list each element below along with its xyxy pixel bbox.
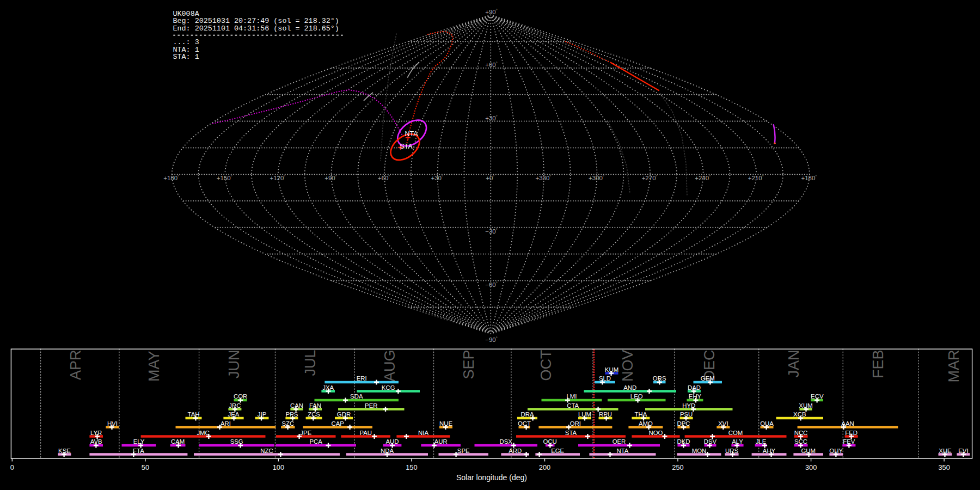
svg-text:DRA: DRA [520,411,534,418]
svg-text:+240°: +240° [695,174,710,181]
svg-text:ERI: ERI [357,375,367,382]
svg-text:+30°: +30° [431,174,443,181]
svg-text:XCB: XCB [793,411,806,418]
svg-text:HYD: HYD [682,402,695,409]
svg-text:350: 350 [938,463,950,471]
svg-text:CTA: CTA [567,402,579,409]
svg-text:EGE: EGE [551,448,564,454]
svg-text:RPU: RPU [599,411,612,418]
svg-text:PAU: PAU [359,430,372,436]
svg-text:FED: FED [845,430,857,436]
svg-text:End: 20251101 04:31:56 (sol =: End: 20251101 04:31:56 (sol = 218.65°) [173,24,339,33]
svg-text:JIP: JIP [258,411,266,418]
svg-text:STA: STA [565,430,577,436]
svg-text:NCC: NCC [794,430,808,436]
svg-text:TAH: TAH [188,411,200,418]
svg-text:MON: MON [692,448,707,454]
svg-text:GUM: GUM [801,448,816,454]
svg-text:NUE: NUE [439,420,452,427]
svg-text:OHY: OHY [829,448,843,454]
svg-text:+150°: +150° [217,174,232,181]
svg-text:NDA: NDA [381,448,394,454]
svg-text:COR: COR [234,393,247,400]
svg-text:−30°: −30° [485,228,498,235]
svg-text:−90°: −90° [485,336,498,343]
svg-text:+300°: +300° [589,174,604,181]
svg-text:STA: STA [400,143,413,150]
svg-text:JEA: JEA [228,411,240,418]
svg-text:NOV: NOV [620,350,636,382]
svg-text:AMO: AMO [639,420,653,427]
svg-text:50: 50 [142,463,149,471]
svg-text:Solar longitude (deg): Solar longitude (deg) [456,473,527,482]
svg-text:NZC: NZC [260,448,273,454]
svg-text:SSG: SSG [230,438,243,445]
svg-text:EVI: EVI [958,448,968,454]
svg-text:KSE: KSE [58,448,71,454]
svg-text:JAN: JAN [786,350,802,377]
svg-text:SZC: SZC [281,420,294,427]
svg-text:OCU: OCU [543,438,557,445]
svg-text:ARI: ARI [220,420,231,427]
svg-text:200: 200 [539,463,550,471]
svg-text:SDA: SDA [350,393,363,400]
svg-text:AUD: AUD [385,438,399,445]
svg-text:URS: URS [725,448,738,454]
svg-text:FEV: FEV [843,438,855,445]
svg-text:AND: AND [623,384,636,391]
svg-text:XUM: XUM [799,402,812,409]
svg-text:AVB: AVB [90,438,102,445]
svg-text:ARD: ARD [509,448,522,454]
svg-text:SPE: SPE [457,448,470,454]
svg-text:SLD: SLD [599,375,611,382]
svg-text:FAN: FAN [309,402,321,409]
svg-text:+60°: +60° [485,61,498,68]
svg-text:250: 250 [672,463,683,471]
svg-text:ZCS: ZCS [308,411,320,418]
svg-text:+30°: +30° [485,114,498,121]
svg-text:FEB: FEB [870,350,886,378]
svg-text:MAY: MAY [146,351,162,382]
svg-text:KCG: KCG [382,384,395,391]
svg-text:JMC: JMC [197,430,209,436]
svg-text:HVI: HVI [107,420,118,427]
svg-text:LEO: LEO [630,393,643,400]
svg-text:DSX: DSX [499,438,512,445]
svg-text:DKD: DKD [677,438,690,445]
svg-text:COM: COM [728,430,743,436]
svg-text:OCT: OCT [538,350,554,381]
svg-text:JPE: JPE [300,430,311,436]
svg-text:ORS: ORS [653,375,666,382]
svg-text:DAD: DAD [688,384,701,391]
svg-text:KUM: KUM [605,366,618,373]
svg-text:APR: APR [68,350,84,380]
svg-text:EHY: EHY [689,393,702,400]
svg-text:PSU: PSU [680,411,693,418]
svg-text:SEP: SEP [461,350,477,379]
svg-text:OCT: OCT [518,420,531,427]
svg-text:100: 100 [273,463,284,471]
svg-text:ORI: ORI [570,420,581,427]
svg-text:0: 0 [10,463,14,471]
svg-text:JUL: JUL [302,350,318,376]
svg-text:CAP: CAP [331,420,344,427]
svg-text:+60°: +60° [378,174,390,181]
svg-text:+90°: +90° [485,8,498,15]
svg-text:DSV: DSV [704,438,717,445]
svg-text:Beg: 20251031 20:27:49 (sol =: Beg: 20251031 20:27:49 (sol = 218.32°) [173,17,339,25]
svg-text:+270°: +270° [642,174,658,181]
svg-text:ELY: ELY [133,438,145,445]
svg-text:−60°: −60° [485,281,498,288]
svg-text:OER: OER [612,438,626,445]
svg-text:GEM: GEM [701,375,715,382]
svg-text:ECV: ECV [811,393,824,400]
svg-text:LYR: LYR [90,430,102,436]
svg-text:JRC: JRC [229,402,241,409]
svg-text:XHE: XHE [939,448,952,454]
svg-text:+120°: +120° [270,174,285,181]
svg-text:+180°: +180° [163,174,179,181]
svg-text:AAN: AAN [841,420,854,427]
svg-text:SCC: SCC [794,438,807,445]
svg-text:JUN: JUN [226,350,242,378]
svg-text:DPC: DPC [677,420,690,427]
